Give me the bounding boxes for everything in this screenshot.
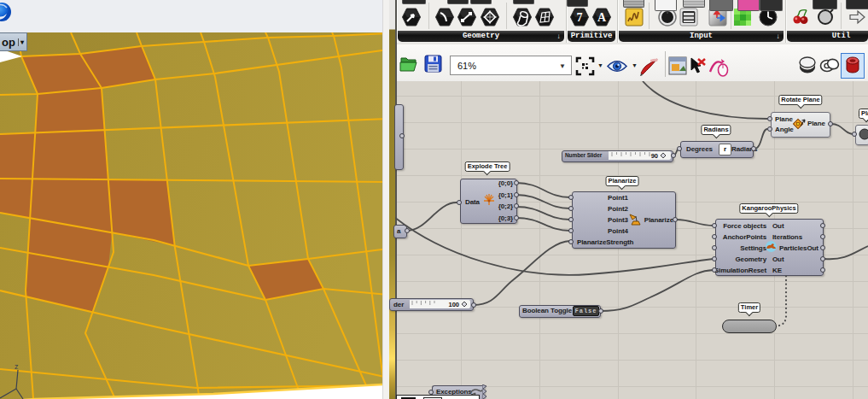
svg-text:A: A bbox=[597, 11, 607, 24]
svg-text:100: 100 bbox=[448, 301, 459, 308]
svg-text:z: z bbox=[15, 362, 19, 371]
svg-text:90: 90 bbox=[651, 152, 658, 160]
svg-text:7: 7 bbox=[577, 11, 583, 24]
